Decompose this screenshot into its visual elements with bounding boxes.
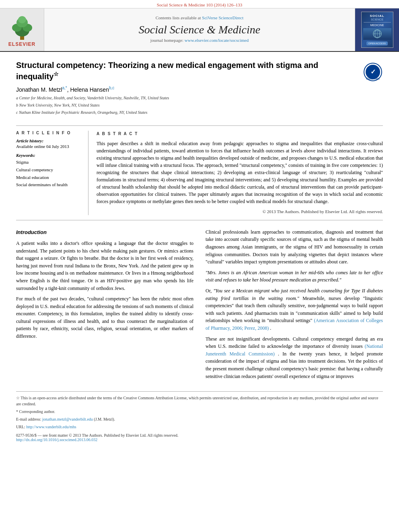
- abstract-title: A B S T R A C T: [97, 131, 383, 137]
- footer-bottom: 0277-9536/$ — see front matter © 2013 Th…: [16, 433, 383, 442]
- body-col2-italic1: "Mrs. Jones is an African American woman…: [206, 269, 383, 284]
- mag-medicine-text: MEDICINE: [370, 24, 384, 27]
- article-info-abstract: A R T I C L E I N F O Article history: A…: [16, 131, 383, 220]
- homepage-link[interactable]: www.elsevier.com/locate/socscimed: [185, 38, 249, 43]
- body-col2-italic2: Or, "You see a Mexican migrant who just …: [206, 287, 383, 332]
- keyword-4: Social determinates of health: [16, 181, 82, 189]
- body-column-1: Introduction A patient walks into a doct…: [16, 228, 193, 383]
- main-content: Structural competency: Theorizing a new …: [0, 52, 399, 450]
- svg-point-5: [18, 16, 26, 23]
- email-link[interactable]: jonathan.metzl@vanderbilt.edu: [42, 417, 93, 421]
- body-col2-para4: These are not insignificant developments…: [206, 335, 383, 380]
- body-content: Introduction A patient walks into a doct…: [16, 228, 383, 383]
- crossmark-area: ✓ CrossMark: [363, 62, 383, 82]
- journal-title: Social Science & Medicine: [139, 23, 260, 36]
- elsevier-wordmark: ELSEVIER: [8, 41, 36, 47]
- footnote-url: URL: http://www.vanderbilt.edu/mhs: [16, 424, 383, 430]
- title-divider: [16, 125, 383, 126]
- keyword-2: Cultural competency: [16, 166, 82, 174]
- right-logo-area: SOCIAL SCIENCE MEDICINE OPEN ACCESS: [355, 8, 399, 51]
- abstract-section: A B S T R A C T This paper describes a s…: [97, 131, 383, 215]
- sciverse-link[interactable]: SciVerse ScienceDirect: [202, 15, 243, 20]
- journal-reference: Social Science & Medicine 103 (2014) 126…: [157, 2, 243, 7]
- keywords-list: Stigma Cultural competency Medical educa…: [16, 158, 82, 189]
- elsevier-logo: ELSEVIER: [8, 12, 36, 47]
- issn-line: 0277-9536/$ — see front matter © 2013 Th…: [16, 433, 383, 438]
- open-access-badge: OPEN ACCESS: [366, 41, 388, 45]
- intro-heading: Introduction: [16, 228, 193, 236]
- mag-image: [363, 28, 391, 40]
- journal-center-info: Contents lists available at SciVerse Sci…: [44, 8, 355, 51]
- body-col2-para1: Clinical professionals learn approaches …: [206, 228, 383, 266]
- article-title: Structural competency: Theorizing a new …: [16, 60, 355, 82]
- magazine-cover: SOCIAL SCIENCE MEDICINE OPEN ACCESS: [361, 12, 393, 48]
- contents-line: Contents lists available at SciVerse Sci…: [156, 15, 243, 20]
- crossmark-icon: ✓ CrossMark: [363, 62, 383, 82]
- footer: ☆ This is an open-access article distrib…: [16, 391, 383, 442]
- affiliations: a Center for Medicine, Health, and Socie…: [16, 95, 355, 116]
- url-link[interactable]: http://www.vanderbilt.edu/mhs: [26, 425, 76, 429]
- available-online: Available online 04 July 2013: [16, 144, 82, 149]
- footnote-star: ☆ This is an open-access article distrib…: [16, 395, 383, 407]
- svg-text:✓: ✓: [370, 68, 376, 75]
- svg-text:CrossMark: CrossMark: [366, 77, 380, 80]
- copyright-line: © 2013 The Authors. Published by Elsevie…: [97, 208, 383, 215]
- homepage-line: journal homepage: www.elsevier.com/locat…: [150, 38, 249, 43]
- mag-science-text: SCIENCE: [371, 18, 383, 21]
- doi-link[interactable]: http://dx.doi.org/10.1016/j.socscimed.20…: [16, 438, 97, 442]
- keyword-1: Stigma: [16, 158, 82, 166]
- authors-line: Jonathan M. Metzla,*, Helena Hansenb,c: [16, 86, 355, 93]
- body-col1-para2: For much of the past two decades, "cultu…: [16, 295, 193, 340]
- article-title-section: Structural competency: Theorizing a new …: [16, 60, 383, 121]
- article-title-text: Structural competency: Theorizing a new …: [16, 60, 355, 117]
- affiliation-b: b New York University, New York, NY, Uni…: [16, 102, 355, 109]
- history-label: Article history:: [16, 138, 82, 143]
- top-bar: Social Science & Medicine 103 (2014) 126…: [0, 0, 399, 8]
- journal-header: ELSEVIER Contents lists available at Sci…: [0, 8, 399, 52]
- keywords-label: Keywords:: [16, 153, 82, 158]
- doi-line: http://dx.doi.org/10.1016/j.socscimed.20…: [16, 438, 383, 442]
- affiliation-c: c Nathan Kline Institute for Psychiatric…: [16, 109, 355, 116]
- footnote-email: E-mail address: jonathan.metzl@vanderbil…: [16, 416, 383, 422]
- mag-image-svg: [369, 29, 385, 39]
- abstract-text: This paper describes a shift in medical …: [97, 140, 383, 205]
- article-info-title: A R T I C L E I N F O: [16, 131, 82, 135]
- mag-divider: [364, 22, 391, 23]
- body-col1-para1: A patient walks into a doctor's office s…: [16, 240, 193, 292]
- article-info: A R T I C L E I N F O Article history: A…: [16, 131, 88, 215]
- affiliation-a: a Center for Medicine, Health, and Socie…: [16, 95, 355, 101]
- body-column-2: Clinical professionals learn approaches …: [206, 228, 383, 383]
- footnote-corresponding: * Corresponding author.: [16, 409, 383, 415]
- elsevier-logo-area: ELSEVIER: [0, 8, 44, 51]
- keyword-3: Medical education: [16, 174, 82, 181]
- tree-svg: [8, 12, 36, 41]
- mag-social-text: SOCIAL: [370, 14, 384, 18]
